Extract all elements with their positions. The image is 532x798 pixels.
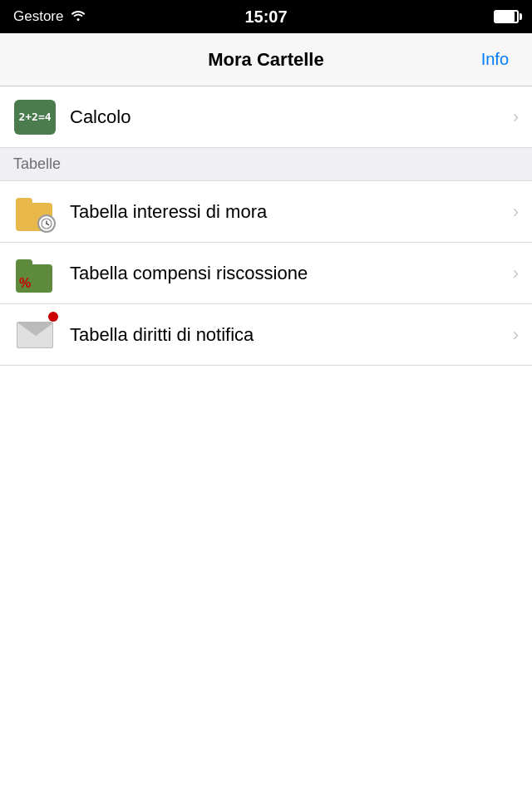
status-bar: Gestore 15:07 — [0, 0, 532, 33]
tabella-diritti-chevron: › — [513, 324, 519, 346]
tabella-diritti-label: Tabella diritti di notifica — [70, 324, 506, 346]
battery-icon — [494, 10, 519, 23]
calcolo-chevron: › — [513, 106, 519, 128]
tabelle-header-label: Tabelle — [13, 155, 61, 173]
tabella-interessi-chevron: › — [513, 201, 519, 223]
tabelle-section-header: Tabelle — [0, 148, 532, 181]
wifi-icon — [70, 8, 86, 26]
tabella-compensi-row[interactable]: % Tabella compensi riscossione › — [0, 243, 532, 304]
folder-clock-icon — [13, 190, 57, 234]
tabella-diritti-row[interactable]: Tabella diritti di notifica › — [0, 304, 532, 366]
tabella-compensi-chevron: › — [513, 263, 519, 284]
main-list: 2+2=4 Calcolo › Tabelle Tabella — [0, 86, 532, 366]
tabella-interessi-label: Tabella interessi di mora — [70, 201, 506, 223]
status-left: Gestore — [13, 8, 86, 26]
envelope-icon — [13, 313, 57, 357]
calcolo-label: Calcolo — [70, 106, 506, 128]
status-right — [494, 10, 519, 23]
calcolo-row[interactable]: 2+2=4 Calcolo › — [0, 86, 532, 148]
tabella-interessi-row[interactable]: Tabella interessi di mora › — [0, 181, 532, 243]
tabella-compensi-label: Tabella compensi riscossione — [70, 263, 506, 284]
navigation-bar: Mora Cartelle Info — [0, 33, 532, 86]
calcolo-icon: 2+2=4 — [13, 96, 57, 139]
nav-title: Mora Cartelle — [208, 49, 323, 71]
carrier-label: Gestore — [13, 8, 63, 25]
status-time: 15:07 — [244, 7, 287, 27]
info-button[interactable]: Info — [475, 47, 515, 72]
folder-percent-icon: % — [13, 252, 57, 295]
